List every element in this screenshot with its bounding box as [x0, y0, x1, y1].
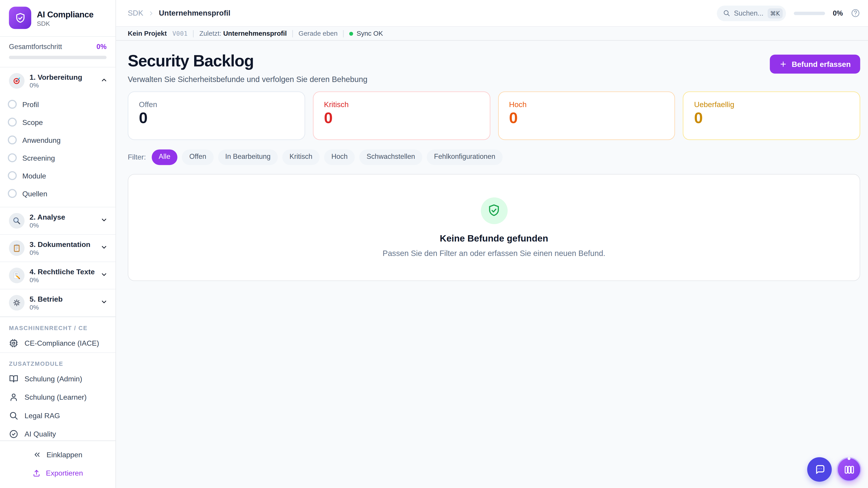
stat-cards: Offen 0 Kritisch 0 Hoch 0 Ueberfaellig 0 — [128, 92, 860, 140]
step-status-circle — [8, 100, 17, 109]
clipboard-icon — [9, 240, 24, 256]
search-icon — [723, 9, 730, 17]
empty-state-message: Passen Sie den Filter an oder erfassen S… — [383, 249, 605, 257]
step-status-circle — [8, 153, 17, 162]
sidebar-item-schulung-learner[interactable]: Schulung (Learner) — [0, 388, 116, 406]
page-subtitle: Verwalten Sie Sicherheitsbefunde und ver… — [128, 75, 367, 84]
filter-chip-kritisch[interactable]: Kritisch — [282, 149, 320, 165]
sidebar-item-screening[interactable]: Screening — [0, 149, 116, 167]
user-icon — [9, 392, 18, 402]
sidebar-item-ce-compliance[interactable]: CE-Compliance (IACE) — [0, 334, 116, 352]
topbar-progress-value: 0% — [833, 9, 843, 17]
step-status-circle — [8, 171, 17, 180]
phase-title: 1. Vorbereitung — [30, 73, 95, 81]
kanban-board-fab-button[interactable] — [837, 457, 862, 482]
book-open-icon — [9, 374, 18, 384]
phase-title: 3. Dokumentation — [30, 240, 95, 249]
project-name: Kein Projekt — [128, 30, 167, 37]
app-logo — [9, 7, 31, 29]
phase-row-rechtliche-texte[interactable]: 4. Rechtliche Texte 0% — [0, 262, 116, 289]
chat-bubble-icon — [813, 464, 825, 476]
page-title: Security Backlog — [128, 52, 367, 70]
step-status-circle — [8, 189, 17, 198]
sidebar-item-quellen[interactable]: Quellen — [0, 185, 116, 202]
phase-pct: 0% — [30, 276, 95, 283]
sync-status: Sync OK — [349, 30, 383, 37]
filter-chip-schwachstellen[interactable]: Schwachstellen — [360, 149, 423, 165]
sidebar-nav: 1. Vorbereitung 0% Profil Scope — [0, 68, 116, 441]
help-icon[interactable] — [851, 8, 860, 18]
collapse-sidebar-button[interactable]: Einklappen — [4, 447, 111, 463]
chevron-down-icon — [100, 270, 107, 281]
overall-progress-bar — [9, 56, 106, 59]
chevron-down-icon — [100, 216, 107, 226]
filter-chip-offen[interactable]: Offen — [182, 149, 213, 165]
phase-row-dokumentation[interactable]: 3. Dokumentation 0% — [0, 235, 116, 261]
sidebar-item-legal-rag[interactable]: Legal RAG — [0, 406, 116, 425]
group-label-maschinenrecht: MASCHINENRECHT / CE — [0, 317, 116, 334]
phase-row-betrieb[interactable]: 5. Betrieb 0% — [0, 289, 116, 316]
app-subtitle: SDK — [37, 20, 94, 27]
export-button[interactable]: Exportieren — [4, 465, 111, 482]
upload-icon — [33, 469, 41, 477]
main-area: SDK Unternehmensprofil Suchen... ⌘K 0% — [116, 0, 868, 488]
search-placeholder: Suchen... — [734, 9, 763, 17]
app-root: AI Compliance SDK Gesamtfortschritt 0% — [0, 0, 868, 488]
filter-chip-fehlkonfigurationen[interactable]: Fehlkonfigurationen — [427, 149, 502, 165]
overall-progress-value: 0% — [96, 43, 107, 51]
phase-subitems: Profil Scope Anwendung Screening — [0, 94, 116, 207]
sidebar-item-ai-quality[interactable]: AI Quality — [0, 425, 116, 441]
shield-check-icon — [14, 12, 26, 24]
last-saved-time: Gerade eben — [299, 30, 338, 37]
gear-icon — [9, 295, 24, 311]
sidebar-item-schulung-admin[interactable]: Schulung (Admin) — [0, 369, 116, 388]
breadcrumb: SDK Unternehmensprofil — [128, 9, 709, 17]
chevron-right-icon — [148, 10, 154, 17]
phase-row-vorbereitung[interactable]: 1. Vorbereitung 0% — [0, 68, 116, 94]
sidebar-item-profil[interactable]: Profil — [0, 95, 116, 113]
filter-chip-hoch[interactable]: Hoch — [324, 149, 355, 165]
sync-ok-dot — [349, 31, 353, 35]
phase-title: 5. Betrieb — [30, 295, 95, 303]
topbar-progress-bar — [794, 11, 825, 15]
divider — [343, 30, 344, 37]
sidebar-item-anwendung[interactable]: Anwendung — [0, 131, 116, 149]
target-icon — [9, 73, 24, 89]
phase-pct: 0% — [30, 249, 95, 256]
page-content: Security Backlog Verwalten Sie Sicherhei… — [116, 41, 868, 488]
phase-analyse: 2. Analyse 0% — [0, 207, 116, 235]
step-status-circle — [8, 118, 17, 127]
filter-chip-in-bearbeitung[interactable]: In Bearbeitung — [218, 149, 278, 165]
notification-dot — [848, 457, 850, 460]
divider — [292, 30, 293, 37]
columns-icon — [843, 464, 855, 476]
phase-vorbereitung: 1. Vorbereitung 0% Profil Scope — [0, 68, 116, 207]
search-icon — [9, 411, 18, 420]
sidebar-item-module[interactable]: Module — [0, 167, 116, 185]
chevron-down-icon — [100, 243, 107, 253]
phase-pct: 0% — [30, 82, 95, 89]
stat-card-kritisch: Kritisch 0 — [313, 92, 490, 140]
phase-row-analyse[interactable]: 2. Analyse 0% — [0, 207, 116, 234]
add-finding-button[interactable]: Befund erfassen — [770, 55, 860, 74]
group-label-zusatzmodule: ZUSATZMODULE — [0, 352, 116, 370]
divider — [193, 30, 194, 37]
breadcrumb-sdk[interactable]: SDK — [128, 9, 143, 17]
phase-title: 4. Rechtliche Texte — [30, 268, 95, 276]
phase-pct: 0% — [30, 222, 95, 229]
breadcrumb-current: Unternehmensprofil — [159, 9, 230, 17]
sidebar: AI Compliance SDK Gesamtfortschritt 0% — [0, 0, 116, 488]
plus-icon — [779, 60, 787, 68]
filter-bar: Filter: Alle Offen In Bearbeitung Kritis… — [128, 149, 860, 165]
filter-chip-alle[interactable]: Alle — [151, 149, 178, 165]
memo-icon — [9, 268, 24, 283]
app-title: AI Compliance — [37, 9, 94, 19]
version-badge: V001 — [173, 30, 188, 37]
chat-fab-button[interactable] — [807, 457, 832, 482]
topbar: SDK Unternehmensprofil Suchen... ⌘K 0% — [116, 0, 868, 27]
filter-label: Filter: — [128, 153, 146, 161]
search-input[interactable]: Suchen... ⌘K — [717, 5, 786, 21]
stat-card-offen: Offen 0 — [128, 92, 305, 140]
sidebar-footer: Einklappen Exportieren — [0, 441, 116, 488]
sidebar-item-scope[interactable]: Scope — [0, 113, 116, 131]
